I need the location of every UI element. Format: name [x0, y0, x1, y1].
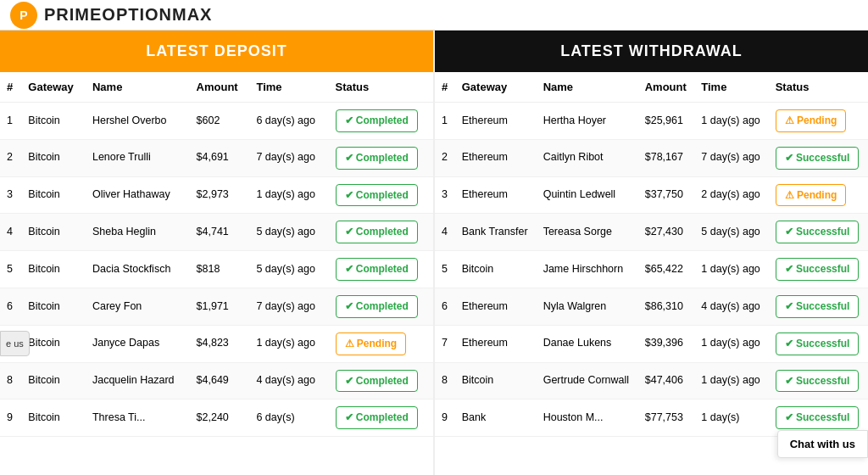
cell-status: ✔ Successful [769, 288, 868, 325]
cell-amount: $602 [190, 103, 250, 140]
status-badge: ✔ Completed [336, 370, 418, 393]
badge-icon: ✔ [785, 338, 796, 349]
badge-icon: ✔ [785, 300, 796, 312]
cell-time: 1 day(s) [694, 400, 768, 437]
status-badge: ✔ Successful [776, 370, 860, 393]
cell-status: ⚠ Pending [329, 325, 433, 362]
cell-status: ✔ Successful [769, 251, 868, 288]
deposit-panel: LATEST DEPOSIT # Gateway Name Amount Tim… [0, 31, 435, 475]
cell-name: Carey Fon [86, 288, 190, 325]
status-badge: ✔ Successful [776, 147, 860, 170]
cell-amount: $39,396 [638, 325, 695, 362]
cell-gateway: Bitcoin [21, 362, 86, 400]
status-badge: ⚠ Pending [776, 109, 847, 132]
cell-time: 6 day(s) ago [249, 103, 328, 140]
cell-gateway: Bitcoin [21, 139, 86, 176]
chat-widget-label: Chat with us [790, 438, 855, 450]
badge-icon: ✔ [345, 152, 356, 164]
cell-amount: $1,971 [190, 288, 250, 325]
status-badge: ✔ Completed [336, 184, 418, 207]
cell-num: 6 [0, 288, 21, 325]
cell-num: 3 [435, 176, 455, 214]
status-badge: ✔ Completed [336, 221, 418, 243]
withdrawal-col-name: Name [537, 72, 638, 103]
withdrawal-col-num: # [435, 72, 455, 103]
status-badge: ✔ Successful [776, 332, 860, 355]
badge-icon: ⚠ [345, 338, 357, 349]
table-row: 3 Bitcoin Oliver Hathaway $2,973 1 day(s… [0, 176, 433, 214]
cell-status: ✔ Completed [329, 139, 433, 176]
cell-amount: $4,741 [190, 214, 250, 251]
cell-name: Jacquelin Hazard [86, 362, 190, 400]
cell-gateway: Bitcoin [21, 325, 86, 362]
cell-amount: $4,823 [190, 325, 250, 362]
cell-time: 5 day(s) ago [249, 214, 328, 251]
status-badge: ✔ Completed [336, 258, 418, 281]
table-row: 3 Ethereum Quintin Ledwell $37,750 2 day… [435, 176, 868, 214]
badge-icon: ✔ [345, 115, 356, 126]
table-row: 7 Bitcoin Janyce Dapas $4,823 1 day(s) a… [0, 325, 433, 362]
cell-amount: $78,167 [638, 139, 695, 176]
cell-gateway: Ethereum [455, 288, 537, 325]
badge-icon: ✔ [345, 300, 356, 312]
table-row: 8 Bitcoin Gertrude Cornwall $47,406 1 da… [435, 362, 868, 400]
deposit-col-num: # [0, 72, 21, 103]
badge-icon: ⚠ [785, 115, 797, 126]
cell-time: 4 day(s) ago [249, 362, 328, 400]
status-badge: ✔ Successful [776, 221, 860, 243]
cell-time: 1 day(s) ago [694, 362, 768, 400]
table-row: 9 Bitcoin Thresa Ti... $2,240 6 day(s) ✔… [0, 400, 433, 437]
cell-time: 5 day(s) ago [249, 251, 328, 288]
withdrawal-col-status: Status [769, 72, 868, 103]
cell-num: 5 [435, 251, 455, 288]
cell-num: 1 [435, 103, 455, 140]
chat-widget[interactable]: Chat with us [777, 430, 868, 458]
badge-icon: ✔ [785, 411, 796, 423]
cell-name: Caitlyn Ribot [537, 139, 638, 176]
cell-gateway: Bitcoin [21, 251, 86, 288]
sidebar-tab[interactable]: e us [0, 331, 30, 356]
cell-status: ✔ Completed [329, 251, 433, 288]
badge-icon: ✔ [785, 375, 796, 387]
cell-status: ✔ Completed [329, 176, 433, 214]
badge-icon: ✔ [785, 152, 796, 164]
cell-num: 3 [0, 176, 21, 214]
withdrawal-table-header: # Gateway Name Amount Time Status [435, 72, 868, 103]
cell-gateway: Bank [455, 400, 537, 437]
cell-amount: $86,310 [638, 288, 695, 325]
cell-gateway: Bitcoin [21, 103, 86, 140]
table-row: 2 Bitcoin Lenore Trulli $4,691 7 day(s) … [0, 139, 433, 176]
status-badge: ✔ Successful [776, 406, 860, 429]
cell-status: ✔ Successful [769, 325, 868, 362]
cell-name: Oliver Hathaway [86, 176, 190, 214]
top-bar: P PrimeOptionMax [0, 0, 868, 31]
cell-time: 7 day(s) ago [694, 139, 768, 176]
cell-num: 8 [435, 362, 455, 400]
status-badge: ✔ Successful [776, 258, 860, 281]
cell-num: 4 [435, 214, 455, 251]
badge-icon: ✔ [345, 411, 356, 423]
cell-gateway: Ethereum [455, 139, 537, 176]
cell-num: 9 [435, 400, 455, 437]
cell-name: Houston M... [537, 400, 638, 437]
table-row: 6 Bitcoin Carey Fon $1,971 7 day(s) ago … [0, 288, 433, 325]
cell-name: Hershel Overbo [86, 103, 190, 140]
cell-amount: $4,691 [190, 139, 250, 176]
cell-amount: $2,240 [190, 400, 250, 437]
cell-gateway: Ethereum [455, 176, 537, 214]
deposit-header: LATEST DEPOSIT [0, 31, 433, 72]
table-row: 1 Bitcoin Hershel Overbo $602 6 day(s) a… [0, 103, 433, 140]
cell-name: Quintin Ledwell [537, 176, 638, 214]
table-row: 4 Bank Transfer Tereasa Sorge $27,430 5 … [435, 214, 868, 251]
cell-amount: $4,649 [190, 362, 250, 400]
cell-status: ✔ Successful [769, 362, 868, 400]
badge-icon: ⚠ [785, 189, 797, 201]
cell-status: ✔ Successful [769, 139, 868, 176]
cell-status: ⚠ Pending [769, 176, 868, 214]
deposit-table: # Gateway Name Amount Time Status 1 Bitc… [0, 72, 433, 437]
withdrawal-table-body: 1 Ethereum Hertha Hoyer $25,961 1 day(s)… [435, 103, 868, 437]
cell-time: 1 day(s) ago [694, 251, 768, 288]
badge-icon: ✔ [345, 189, 356, 201]
status-badge: ✔ Completed [336, 406, 418, 429]
cell-gateway: Bitcoin [21, 400, 86, 437]
